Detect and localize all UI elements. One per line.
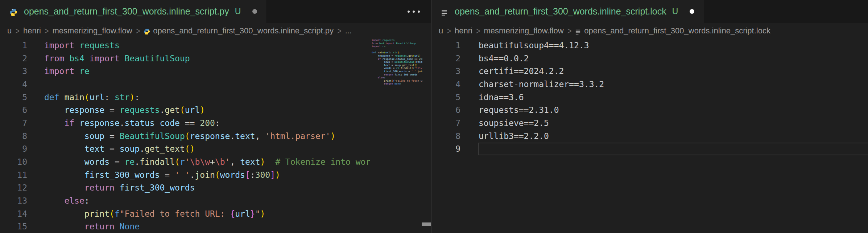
- code-line[interactable]: 5idna==3.6: [431, 91, 868, 104]
- indent-guide: [45, 104, 45, 233]
- code-line[interactable]: 3import re: [0, 65, 370, 78]
- scrollbar-track[interactable]: [421, 39, 431, 233]
- file-lines-icon: [441, 9, 448, 16]
- git-status-badge: U: [235, 7, 241, 16]
- code-line[interactable]: 11 first_300_words = ' '.join(words[:300…: [0, 168, 370, 181]
- code-line[interactable]: 1import requests: [0, 39, 370, 52]
- python-icon: [9, 8, 17, 16]
- breadcrumb-item[interactable]: mesmerizing_flow.flow: [484, 26, 564, 36]
- line-number: 15: [0, 222, 27, 231]
- breadcrumb-overflow[interactable]: ...: [345, 26, 352, 36]
- line-number: 6: [0, 105, 27, 115]
- code-line[interactable]: 4charset-normalizer==3.3.2: [431, 78, 868, 91]
- line-number: 9: [431, 144, 460, 154]
- code-line[interactable]: 5def main(url: str):: [0, 91, 370, 104]
- breadcrumb-separator-icon: >: [567, 26, 572, 36]
- line-number: 7: [0, 118, 27, 128]
- line-number: 1: [0, 41, 27, 50]
- code-line[interactable]: 9 text = soup.get_text(): [0, 143, 370, 156]
- indent-guide: [65, 207, 65, 233]
- line-number: 13: [0, 196, 27, 205]
- code-line[interactable]: 2from bs4 import BeautifulSoup: [0, 52, 370, 65]
- code-editor-python[interactable]: 1import requests2from bs4 import Beautif…: [0, 39, 431, 233]
- tab-bar-right: opens_and_return_first_300_words.inline_…: [431, 0, 868, 23]
- file-lines-icon: [575, 29, 581, 35]
- code-line[interactable]: 8 soup = BeautifulSoup(response.text, 'h…: [0, 130, 370, 143]
- line-number: 4: [431, 79, 460, 89]
- line-number: 4: [0, 79, 27, 89]
- breadcrumb-separator-icon: >: [136, 26, 140, 36]
- line-number: 7: [431, 118, 460, 128]
- breadcrumb-item[interactable]: u: [7, 26, 12, 36]
- line-number: 9: [0, 144, 27, 154]
- line-number: 5: [0, 93, 27, 102]
- line-number: 3: [431, 66, 460, 76]
- tab-python-file[interactable]: opens_and_return_first_300_words.inline_…: [0, 0, 267, 23]
- breadcrumb-item[interactable]: henri: [455, 26, 472, 36]
- indent-guide: [65, 130, 65, 195]
- line-number: 10: [0, 157, 27, 167]
- line-number: 14: [0, 209, 27, 218]
- code-line[interactable]: 6 response = requests.get(url): [0, 103, 370, 116]
- code-line[interactable]: 2bs4==0.0.2: [431, 52, 868, 65]
- line-number: 6: [431, 105, 460, 115]
- code-line[interactable]: 1beautifulsoup4==4.12.3: [431, 39, 868, 52]
- code-line[interactable]: 7 if response.status_code == 200:: [0, 116, 370, 130]
- breadcrumb-item[interactable]: henri: [23, 26, 41, 36]
- tab-title: opens_and_return_first_300_words.inline_…: [455, 6, 666, 17]
- editor-group-left: opens_and_return_first_300_words.inline_…: [0, 0, 431, 233]
- python-icon: [144, 28, 150, 35]
- breadcrumb-item[interactable]: mesmerizing_flow.flow: [53, 26, 132, 36]
- unsaved-dot-icon[interactable]: [690, 9, 694, 14]
- code-line[interactable]: 3certifi==2024.2.2: [431, 65, 868, 78]
- line-number: 2: [0, 54, 27, 63]
- line-number: 3: [0, 66, 27, 76]
- code-editor-lock[interactable]: 1beautifulsoup4==4.12.32bs4==0.0.23certi…: [431, 39, 868, 233]
- line-number: 2: [431, 54, 460, 63]
- code-line[interactable]: 8urllib3==2.2.0: [431, 130, 868, 143]
- vscode-editor-window: opens_and_return_first_300_words.inline_…: [0, 0, 868, 233]
- breadcrumb-separator-icon: >: [45, 26, 49, 36]
- minimap[interactable]: import requestsfrom bs4 import Beautiful…: [370, 39, 422, 233]
- tab-lock-file[interactable]: opens_and_return_first_300_words.inline_…: [431, 0, 704, 23]
- line-number: 5: [431, 93, 460, 102]
- line-number: 12: [0, 183, 27, 192]
- breadcrumb-item-file[interactable]: opens_and_return_first_300_words.inline_…: [584, 26, 770, 36]
- current-line-highlight: [478, 143, 868, 156]
- code-line[interactable]: 4: [0, 78, 370, 91]
- breadcrumb-item[interactable]: u: [439, 26, 443, 36]
- breadcrumb: u>henri>mesmerizing_flow.flow>opens_and_…: [0, 23, 431, 39]
- code-line[interactable]: 15 return None: [0, 220, 370, 233]
- more-actions-icon[interactable]: [408, 0, 420, 23]
- breadcrumb-separator-icon: >: [447, 26, 451, 36]
- code-line[interactable]: 12 return first_300_words: [0, 181, 370, 195]
- editor-group-right: opens_and_return_first_300_words.inline_…: [431, 0, 868, 233]
- breadcrumb-separator-icon: >: [476, 26, 480, 36]
- line-number: 11: [0, 170, 27, 180]
- code-line[interactable]: 7soupsieve==2.5: [431, 116, 868, 130]
- code-line[interactable]: 13 else:: [0, 194, 370, 207]
- breadcrumb-separator-icon: >: [15, 26, 20, 36]
- breadcrumb-item-file[interactable]: opens_and_return_first_300_words.inline_…: [153, 26, 334, 36]
- code-line[interactable]: 10 words = re.findall(r'\b\w+\b', text) …: [0, 155, 370, 168]
- line-number: 8: [0, 131, 27, 141]
- code-content[interactable]: 1beautifulsoup4==4.12.32bs4==0.0.23certi…: [431, 39, 868, 155]
- code-line[interactable]: 6requests==2.31.0: [431, 103, 868, 116]
- tab-title: opens_and_return_first_300_words.inline_…: [24, 6, 229, 17]
- line-number: 1: [431, 41, 460, 50]
- breadcrumb: u>henri>mesmerizing_flow.flow>opens_and_…: [431, 23, 868, 39]
- breadcrumb-separator-icon: >: [337, 26, 342, 36]
- git-status-badge: U: [672, 7, 678, 16]
- scrollbar-thumb[interactable]: [422, 222, 431, 226]
- line-number: 8: [431, 131, 460, 141]
- tab-bar-left: opens_and_return_first_300_words.inline_…: [0, 0, 431, 23]
- unsaved-dot-icon[interactable]: [252, 9, 257, 14]
- code-line[interactable]: 14 print(f"Failed to fetch URL: {url}"): [0, 207, 370, 220]
